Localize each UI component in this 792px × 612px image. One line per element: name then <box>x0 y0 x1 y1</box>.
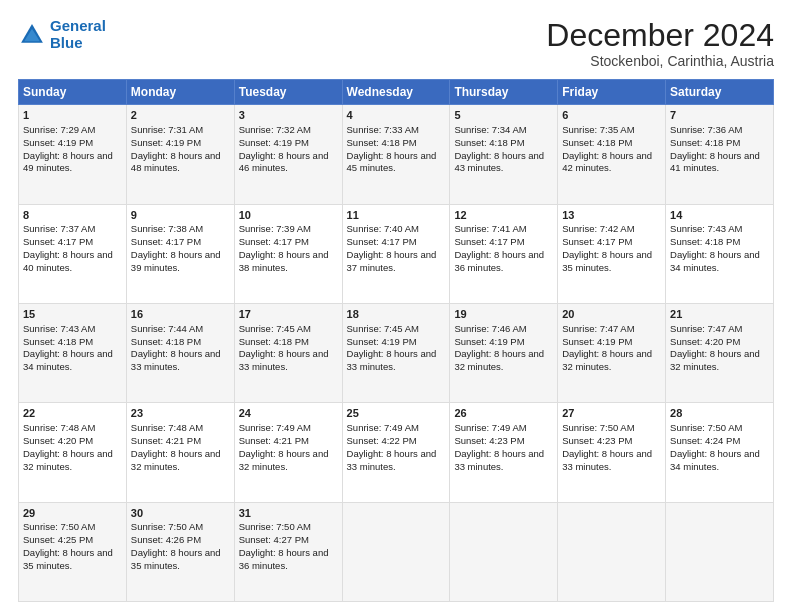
day-number: 22 <box>23 406 122 421</box>
logo-icon <box>18 21 46 49</box>
sunrise-text: Sunrise: 7:37 AM <box>23 223 95 234</box>
col-thursday: Thursday <box>450 80 558 105</box>
sunset-text: Sunset: 4:20 PM <box>670 336 740 347</box>
table-cell: 1Sunrise: 7:29 AMSunset: 4:19 PMDaylight… <box>19 105 127 204</box>
col-sunday: Sunday <box>19 80 127 105</box>
daylight-text: Daylight: 8 hours and 32 minutes. <box>131 448 221 472</box>
table-cell: 25Sunrise: 7:49 AMSunset: 4:22 PMDayligh… <box>342 403 450 502</box>
table-cell: 24Sunrise: 7:49 AMSunset: 4:21 PMDayligh… <box>234 403 342 502</box>
daylight-text: Daylight: 8 hours and 32 minutes. <box>454 348 544 372</box>
table-cell: 27Sunrise: 7:50 AMSunset: 4:23 PMDayligh… <box>558 403 666 502</box>
daylight-text: Daylight: 8 hours and 42 minutes. <box>562 150 652 174</box>
sunset-text: Sunset: 4:21 PM <box>131 435 201 446</box>
sunset-text: Sunset: 4:17 PM <box>23 236 93 247</box>
table-cell: 13Sunrise: 7:42 AMSunset: 4:17 PMDayligh… <box>558 204 666 303</box>
sunrise-text: Sunrise: 7:50 AM <box>670 422 742 433</box>
sunrise-text: Sunrise: 7:31 AM <box>131 124 203 135</box>
logo-text: General Blue <box>50 18 106 51</box>
table-cell: 28Sunrise: 7:50 AMSunset: 4:24 PMDayligh… <box>666 403 774 502</box>
table-cell: 2Sunrise: 7:31 AMSunset: 4:19 PMDaylight… <box>126 105 234 204</box>
sunset-text: Sunset: 4:18 PM <box>23 336 93 347</box>
daylight-text: Daylight: 8 hours and 41 minutes. <box>670 150 760 174</box>
sunrise-text: Sunrise: 7:50 AM <box>23 521 95 532</box>
sunset-text: Sunset: 4:17 PM <box>131 236 201 247</box>
daylight-text: Daylight: 8 hours and 33 minutes. <box>239 348 329 372</box>
day-number: 11 <box>347 208 446 223</box>
sunrise-text: Sunrise: 7:50 AM <box>239 521 311 532</box>
daylight-text: Daylight: 8 hours and 39 minutes. <box>131 249 221 273</box>
sunrise-text: Sunrise: 7:32 AM <box>239 124 311 135</box>
table-cell: 29Sunrise: 7:50 AMSunset: 4:25 PMDayligh… <box>19 502 127 601</box>
table-cell: 7Sunrise: 7:36 AMSunset: 4:18 PMDaylight… <box>666 105 774 204</box>
daylight-text: Daylight: 8 hours and 37 minutes. <box>347 249 437 273</box>
day-number: 20 <box>562 307 661 322</box>
sunrise-text: Sunrise: 7:48 AM <box>23 422 95 433</box>
daylight-text: Daylight: 8 hours and 46 minutes. <box>239 150 329 174</box>
table-cell <box>342 502 450 601</box>
sunrise-text: Sunrise: 7:35 AM <box>562 124 634 135</box>
table-cell <box>558 502 666 601</box>
sunset-text: Sunset: 4:23 PM <box>562 435 632 446</box>
day-number: 30 <box>131 506 230 521</box>
title-block: December 2024 Stockenboi, Carinthia, Aus… <box>546 18 774 69</box>
sunrise-text: Sunrise: 7:49 AM <box>454 422 526 433</box>
sunset-text: Sunset: 4:24 PM <box>670 435 740 446</box>
main-title: December 2024 <box>546 18 774 53</box>
sunset-text: Sunset: 4:19 PM <box>454 336 524 347</box>
day-number: 15 <box>23 307 122 322</box>
col-monday: Monday <box>126 80 234 105</box>
daylight-text: Daylight: 8 hours and 45 minutes. <box>347 150 437 174</box>
sunrise-text: Sunrise: 7:39 AM <box>239 223 311 234</box>
sunrise-text: Sunrise: 7:38 AM <box>131 223 203 234</box>
sunrise-text: Sunrise: 7:29 AM <box>23 124 95 135</box>
table-cell: 16Sunrise: 7:44 AMSunset: 4:18 PMDayligh… <box>126 303 234 402</box>
sunset-text: Sunset: 4:18 PM <box>562 137 632 148</box>
sunrise-text: Sunrise: 7:43 AM <box>670 223 742 234</box>
sunset-text: Sunset: 4:17 PM <box>347 236 417 247</box>
sunset-text: Sunset: 4:19 PM <box>23 137 93 148</box>
daylight-text: Daylight: 8 hours and 35 minutes. <box>131 547 221 571</box>
daylight-text: Daylight: 8 hours and 49 minutes. <box>23 150 113 174</box>
daylight-text: Daylight: 8 hours and 32 minutes. <box>23 448 113 472</box>
table-cell: 10Sunrise: 7:39 AMSunset: 4:17 PMDayligh… <box>234 204 342 303</box>
sunrise-text: Sunrise: 7:50 AM <box>131 521 203 532</box>
page: General Blue December 2024 Stockenboi, C… <box>0 0 792 612</box>
logo-line1: General <box>50 17 106 34</box>
day-number: 19 <box>454 307 553 322</box>
day-number: 10 <box>239 208 338 223</box>
day-number: 3 <box>239 108 338 123</box>
sunrise-text: Sunrise: 7:36 AM <box>670 124 742 135</box>
table-cell: 18Sunrise: 7:45 AMSunset: 4:19 PMDayligh… <box>342 303 450 402</box>
day-number: 4 <box>347 108 446 123</box>
sunset-text: Sunset: 4:17 PM <box>454 236 524 247</box>
sunset-text: Sunset: 4:25 PM <box>23 534 93 545</box>
col-tuesday: Tuesday <box>234 80 342 105</box>
sunset-text: Sunset: 4:18 PM <box>454 137 524 148</box>
day-number: 23 <box>131 406 230 421</box>
logo: General Blue <box>18 18 106 51</box>
sunrise-text: Sunrise: 7:46 AM <box>454 323 526 334</box>
sunset-text: Sunset: 4:23 PM <box>454 435 524 446</box>
day-number: 28 <box>670 406 769 421</box>
sunrise-text: Sunrise: 7:44 AM <box>131 323 203 334</box>
col-saturday: Saturday <box>666 80 774 105</box>
day-number: 1 <box>23 108 122 123</box>
daylight-text: Daylight: 8 hours and 32 minutes. <box>562 348 652 372</box>
table-cell: 9Sunrise: 7:38 AMSunset: 4:17 PMDaylight… <box>126 204 234 303</box>
daylight-text: Daylight: 8 hours and 33 minutes. <box>454 448 544 472</box>
daylight-text: Daylight: 8 hours and 36 minutes. <box>454 249 544 273</box>
table-cell: 15Sunrise: 7:43 AMSunset: 4:18 PMDayligh… <box>19 303 127 402</box>
sunset-text: Sunset: 4:18 PM <box>347 137 417 148</box>
daylight-text: Daylight: 8 hours and 35 minutes. <box>23 547 113 571</box>
daylight-text: Daylight: 8 hours and 35 minutes. <box>562 249 652 273</box>
day-number: 29 <box>23 506 122 521</box>
daylight-text: Daylight: 8 hours and 36 minutes. <box>239 547 329 571</box>
day-number: 16 <box>131 307 230 322</box>
header: General Blue December 2024 Stockenboi, C… <box>18 18 774 69</box>
sunrise-text: Sunrise: 7:47 AM <box>562 323 634 334</box>
table-cell: 11Sunrise: 7:40 AMSunset: 4:17 PMDayligh… <box>342 204 450 303</box>
sunset-text: Sunset: 4:21 PM <box>239 435 309 446</box>
daylight-text: Daylight: 8 hours and 40 minutes. <box>23 249 113 273</box>
sunrise-text: Sunrise: 7:49 AM <box>239 422 311 433</box>
sunrise-text: Sunrise: 7:48 AM <box>131 422 203 433</box>
